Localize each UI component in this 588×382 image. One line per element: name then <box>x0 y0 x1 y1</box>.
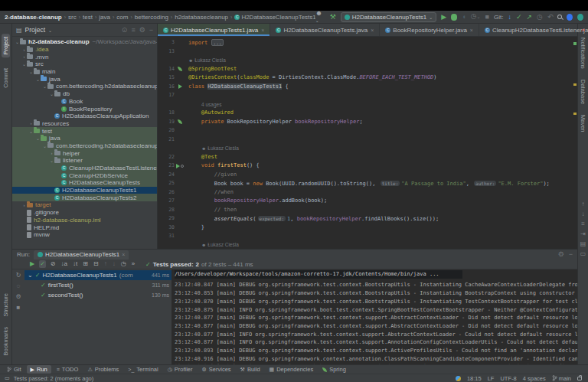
tree-chevron-icon[interactable]: ⌄ <box>35 135 41 141</box>
test-result-row[interactable]: ⌄✓H2DatabaseCleanupTests1(com441 ms <box>24 270 172 280</box>
scroll-down-icon[interactable]: ↓ <box>582 211 585 217</box>
hide-panel-icon[interactable]: − <box>149 27 153 34</box>
toolwindow-build[interactable]: ⚒Build <box>237 365 264 374</box>
tree-item--idea[interactable]: ›.idea <box>12 46 157 54</box>
collapse-all-icon[interactable]: ≡ <box>131 27 135 34</box>
gradle-sync-icon[interactable] <box>577 14 583 21</box>
breadcrumb-item[interactable]: bettercoding <box>135 14 168 21</box>
coverage-button[interactable]: ◖ <box>462 14 466 21</box>
locate-file-icon[interactable]: ⊙ <box>122 27 128 34</box>
toolwindow-spring[interactable]: Spring <box>318 365 350 374</box>
rollback-icon[interactable]: ↶ <box>547 14 554 21</box>
tree-item-target[interactable]: ›target <box>12 201 157 209</box>
hide-panel-icon[interactable]: − <box>569 251 573 258</box>
toolwindow-profiler[interactable]: ◷Profiler <box>164 365 197 374</box>
usages-inlay[interactable]: 4 usages <box>185 100 221 109</box>
rerun-failed-icon[interactable]: ◌ <box>17 283 21 289</box>
pin-icon[interactable]: ■ <box>17 305 21 311</box>
tree-item-h2-database-cleanup[interactable]: ⌄h2-database-cleanup~/Workspace/Java/jav… <box>12 38 157 46</box>
tree-item-resources[interactable]: ›resources <box>12 120 157 128</box>
tree-item-h2databasecleanuptests[interactable]: CH2DatabaseCleanupTests <box>12 179 157 187</box>
next-failed-icon[interactable]: ↓ <box>112 260 116 268</box>
code-editor[interactable]: 3import ...13☻Łukasz Cieśla14@SpringBoot… <box>158 37 577 249</box>
tree-chevron-icon[interactable]: ⌄ <box>15 39 20 44</box>
more-actions-icon[interactable]: » <box>131 260 136 268</box>
toolwindow-problems[interactable]: ⚠Problems <box>83 365 122 374</box>
tree-item-h2databasecleanupapplication[interactable]: CH2DatabaseCleanupApplication <box>12 113 157 120</box>
tree-chevron-icon[interactable]: ⌄ <box>28 272 33 279</box>
author-inlay[interactable]: ☻Łukasz Cieśla <box>185 144 239 154</box>
expand-all-icon[interactable]: ⊞ <box>82 260 89 268</box>
tree-item-h2databasecleanuptests2[interactable]: CH2DatabaseCleanupTests2 <box>12 194 157 201</box>
build-settings-icon[interactable]: ⚙ <box>15 294 21 300</box>
toolwindow-run[interactable]: ▶Run <box>27 365 51 374</box>
stop-button[interactable]: ■ <box>485 14 489 21</box>
collapse-all-icon[interactable]: ⊟ <box>93 260 100 268</box>
gutter-icons[interactable] <box>175 84 185 89</box>
editor-tab[interactable]: CCleanupH2DatabaseTestListener.java× <box>479 24 588 36</box>
stripe-database[interactable]: Database <box>580 80 586 104</box>
tree-chevron-icon[interactable]: ⌄ <box>42 83 47 89</box>
tree-chevron-icon[interactable]: › <box>21 203 27 207</box>
clear-console-icon[interactable]: ▭ <box>580 251 586 257</box>
tree-chevron-icon[interactable]: › <box>21 54 27 59</box>
git-branch-widget[interactable]: main <box>552 375 571 382</box>
file-encoding[interactable]: UTF-8 <box>500 375 516 382</box>
tree-chevron-icon[interactable]: › <box>21 47 27 52</box>
sort-alphabetically-icon[interactable]: ↓a <box>60 260 68 268</box>
run-configuration-select[interactable]: H2DatabaseCleanupTests1 ⌄ <box>341 12 436 22</box>
close-icon[interactable]: × <box>122 252 125 257</box>
toolwindow-services[interactable]: ⚙Services <box>198 365 235 374</box>
spring-bean-icon[interactable] <box>178 67 182 71</box>
editor-tab[interactable]: CBookRepositoryHelper.java× <box>380 24 479 36</box>
tree-chevron-icon[interactable]: › <box>28 121 34 126</box>
breadcrumb-item[interactable]: java <box>99 14 110 21</box>
indent-style[interactable]: 4 spaces <box>523 375 546 382</box>
tree-item--gitignore[interactable]: .gitignore <box>12 209 157 217</box>
tree-chevron-icon[interactable]: › <box>49 151 54 155</box>
run-button[interactable]: ▶ <box>441 14 446 21</box>
tree-item-cleanuph2dbservice[interactable]: CCleanupH2DbService <box>12 171 157 179</box>
event-log-icon[interactable]: ▭ <box>5 375 10 381</box>
tree-chevron-icon[interactable]: ⌄ <box>49 158 54 163</box>
close-icon[interactable]: × <box>371 28 374 33</box>
show-ignored-toggle[interactable]: ⊘ <box>50 260 57 268</box>
run-test-icon[interactable] <box>178 84 182 89</box>
tree-item-com-bettercoding-h2databasecleanup[interactable]: ⌄com.bettercoding.h2databasecleanup <box>12 83 157 90</box>
stripe-project[interactable]: Project <box>2 34 10 57</box>
tree-chevron-icon[interactable]: ⌄ <box>42 143 47 149</box>
tree-item--mvn[interactable]: ›.mvn <box>12 53 157 60</box>
settings-icon[interactable]: ⚙ <box>558 251 564 258</box>
rerun-tests-button[interactable]: ▶ <box>29 260 35 268</box>
toolwindow-dependencies[interactable]: ▦Dependencies <box>266 365 318 374</box>
breadcrumb-item[interactable]: src <box>68 14 77 21</box>
stripe-notifications[interactable]: Notifications <box>580 38 586 69</box>
tree-item-book[interactable]: CBook <box>12 98 157 106</box>
test-result-row[interactable]: ✓firstTest()311 ms <box>24 280 172 290</box>
gutter-icons[interactable] <box>175 67 185 71</box>
close-icon[interactable]: × <box>470 28 473 33</box>
line-ending[interactable]: LF <box>488 375 495 382</box>
tree-chevron-icon[interactable]: ⌄ <box>28 69 34 74</box>
caret-position[interactable]: 18:15 <box>467 375 482 382</box>
tree-item-main[interactable]: ⌄main <box>12 68 157 76</box>
code-with-me-icon[interactable] <box>567 14 573 21</box>
project-view-title[interactable]: Project <box>25 26 45 34</box>
tree-item-java[interactable]: ⌄java <box>12 75 157 83</box>
editor-tab[interactable]: CH2DatabaseCleanupTests1.java× <box>158 24 270 36</box>
run-test-icon[interactable] <box>176 164 180 168</box>
inspections-widget-icon[interactable] <box>456 376 461 381</box>
tree-item-java[interactable]: ⌄java <box>12 135 157 142</box>
stripe-maven[interactable]: Maven <box>580 115 586 132</box>
user-avatar-icon[interactable]: ☻⌄ <box>315 10 325 24</box>
tree-item-com-bettercoding-h2databasecleanup[interactable]: ⌄com.bettercoding.h2databasecleanup <box>12 142 157 150</box>
show-passed-toggle[interactable]: ✓ <box>39 260 46 268</box>
close-icon[interactable]: × <box>261 28 264 33</box>
breadcrumb-item[interactable]: h2databasecleanup <box>175 14 228 21</box>
git-push-icon[interactable]: ↗ <box>526 14 532 21</box>
tree-chevron-icon[interactable]: ⌄ <box>49 91 54 96</box>
tree-item-listener[interactable]: ⌄listener <box>12 157 157 165</box>
tree-item-db[interactable]: ⌄db <box>12 90 157 98</box>
search-everywhere-icon[interactable] <box>557 15 562 19</box>
tree-chevron-icon[interactable]: ⌄ <box>28 129 34 134</box>
